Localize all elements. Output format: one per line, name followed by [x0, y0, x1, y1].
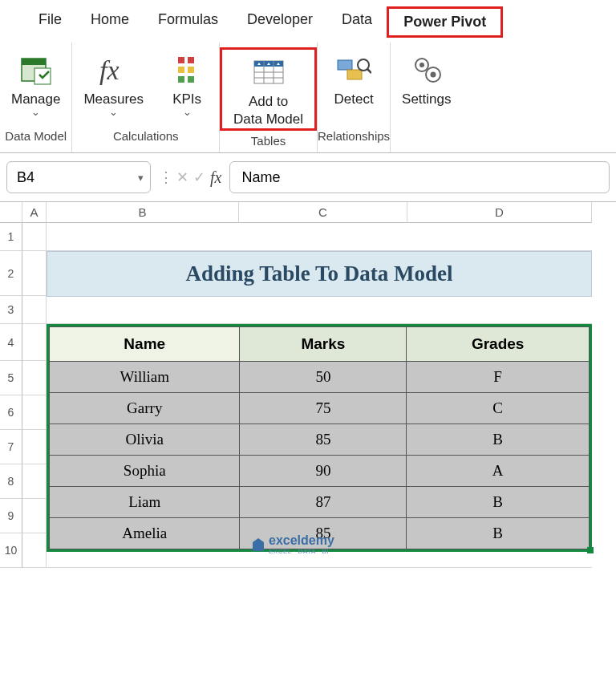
group-tables-label: Tables [251, 131, 286, 151]
row-header[interactable]: 4 [0, 324, 22, 361]
group-relationships-label: Relationships [318, 126, 390, 146]
data-table: Name Marks Grades William50F Garry75C Ol… [49, 326, 590, 549]
cell[interactable]: 75 [240, 393, 407, 424]
formula-value: Name [241, 169, 280, 186]
svg-line-22 [367, 69, 371, 73]
cell[interactable]: B [407, 518, 590, 549]
svg-rect-8 [188, 67, 194, 73]
cell[interactable] [22, 324, 47, 361]
cell[interactable]: William [50, 362, 240, 393]
row-header[interactable]: 8 [0, 464, 22, 499]
name-box[interactable]: B4 ▾ [6, 161, 151, 193]
cell[interactable]: Garry [50, 393, 240, 424]
select-all-corner[interactable] [0, 202, 22, 223]
row-header[interactable]: 7 [0, 430, 22, 464]
cell[interactable] [22, 296, 47, 324]
tab-developer[interactable]: Developer [233, 6, 327, 38]
cell[interactable] [47, 296, 592, 324]
selected-range[interactable]: Name Marks Grades William50F Garry75C Ol… [47, 324, 592, 552]
ribbon-tabs: File Home Formulas Developer Data Power … [0, 0, 616, 43]
cell[interactable]: F [407, 362, 590, 393]
cell[interactable] [47, 223, 592, 251]
svg-rect-9 [188, 76, 194, 83]
table-icon [251, 53, 286, 91]
kpis-icon [175, 51, 199, 89]
table-row: Garry75C [50, 393, 590, 424]
title-banner: Adding Table To Data Model [47, 251, 592, 297]
cell[interactable] [22, 361, 47, 395]
tab-file[interactable]: File [24, 6, 76, 38]
cell[interactable]: 85 [240, 518, 407, 549]
chevron-down-icon[interactable]: ▾ [138, 172, 144, 184]
header-marks[interactable]: Marks [240, 327, 407, 362]
detect-icon [336, 51, 371, 89]
svg-rect-5 [178, 67, 184, 73]
cell[interactable]: A [407, 456, 590, 487]
manage-label: Manage [11, 91, 60, 126]
table-row: William50F [50, 362, 590, 393]
cell[interactable] [22, 251, 47, 296]
tab-formulas[interactable]: Formulas [144, 6, 233, 38]
formula-bar[interactable]: Name [229, 161, 610, 193]
table-row: Sophia90A [50, 456, 590, 487]
header-grades[interactable]: Grades [407, 327, 590, 362]
col-header-C[interactable]: C [239, 202, 407, 223]
cell[interactable] [22, 395, 47, 430]
cell[interactable]: 50 [240, 362, 407, 393]
kpis-button[interactable]: KPIs [155, 47, 219, 126]
row-header[interactable]: 9 [0, 499, 22, 533]
cell[interactable]: 87 [240, 487, 407, 518]
cell[interactable]: C [407, 393, 590, 424]
manage-button[interactable]: Manage [0, 47, 71, 126]
cell[interactable] [22, 223, 47, 251]
table-row: Olivia85B [50, 424, 590, 456]
col-header-D[interactable]: D [407, 202, 592, 223]
name-box-value: B4 [17, 169, 34, 186]
group-data-model-label: Data Model [5, 126, 67, 146]
svg-point-24 [419, 63, 424, 67]
table-row: Liam87B [50, 487, 590, 518]
cell[interactable]: B [407, 424, 590, 456]
measures-button[interactable]: fx Measures [72, 47, 155, 126]
header-name[interactable]: Name [50, 327, 240, 362]
dots-icon: ⋮ [159, 168, 172, 186]
cell[interactable]: Amelia [50, 518, 240, 549]
cell[interactable]: 85 [240, 424, 407, 456]
svg-rect-1 [22, 59, 46, 65]
cancel-icon[interactable]: ✕ [176, 168, 188, 186]
tab-power-pivot[interactable]: Power Pivot [387, 6, 503, 38]
col-header-B[interactable]: B [47, 202, 239, 223]
row-header[interactable]: 3 [0, 296, 22, 324]
svg-rect-4 [178, 57, 184, 63]
enter-icon[interactable]: ✓ [193, 168, 205, 186]
col-header-A[interactable]: A [22, 202, 47, 223]
fill-handle[interactable] [587, 547, 594, 553]
row-header[interactable]: 6 [0, 395, 22, 430]
cell[interactable] [22, 499, 47, 533]
add-to-data-model-button[interactable]: Add to Data Model [220, 47, 317, 131]
ribbon: Manage Data Model fx Measures KPIs Calcu… [0, 43, 616, 153]
measures-label: Measures [83, 91, 144, 126]
cell[interactable]: Adding Table To Data Model [47, 251, 592, 296]
settings-button[interactable]: Settings [391, 47, 462, 126]
row-header[interactable]: 2 [0, 251, 22, 296]
detect-label: Detect [334, 91, 373, 126]
cell[interactable]: B [407, 487, 590, 518]
group-calculations-label: Calculations [113, 126, 179, 146]
tab-data[interactable]: Data [327, 6, 387, 38]
cell[interactable] [22, 464, 47, 499]
cell[interactable] [22, 430, 47, 464]
cell[interactable] [22, 533, 47, 568]
cell[interactable]: 90 [240, 456, 407, 487]
tab-home[interactable]: Home [76, 6, 144, 38]
table-header-row: Name Marks Grades [50, 327, 590, 362]
cell[interactable]: Liam [50, 487, 240, 518]
row-header[interactable]: 5 [0, 361, 22, 395]
fx-icon[interactable]: fx [210, 168, 221, 187]
row-header[interactable]: 10 [0, 533, 22, 568]
svg-rect-7 [188, 57, 194, 63]
cell[interactable]: Sophia [50, 456, 240, 487]
detect-button[interactable]: Detect [322, 47, 386, 126]
cell[interactable]: Olivia [50, 424, 240, 456]
row-header[interactable]: 1 [0, 223, 22, 251]
